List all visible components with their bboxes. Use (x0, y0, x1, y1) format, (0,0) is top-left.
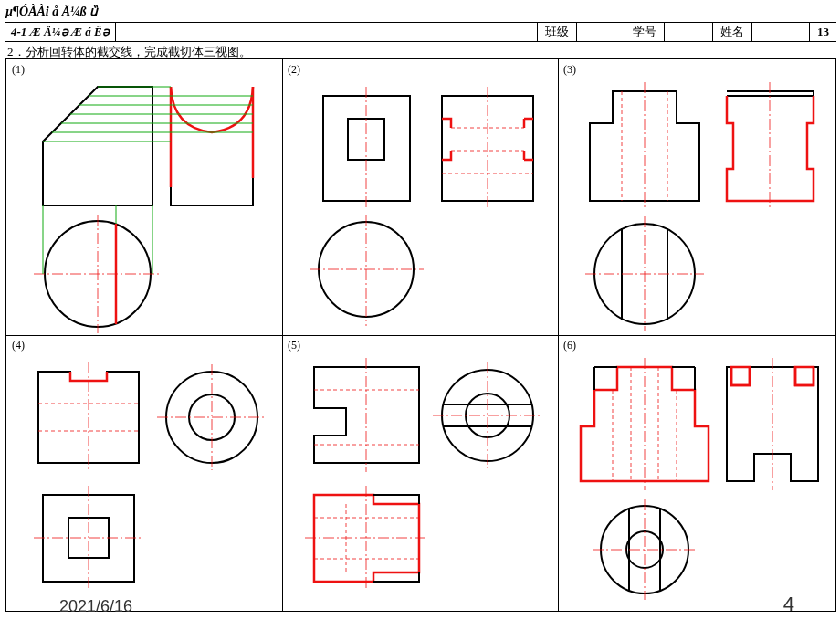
page-number-header: 13 (809, 23, 836, 41)
drawing-6 (558, 335, 837, 612)
svg-rect-64 (731, 367, 750, 385)
id-label: 学号 (625, 23, 664, 41)
footer-date: 2021/6/16 (59, 597, 132, 616)
drawing-2 (282, 59, 558, 336)
name-value (751, 23, 809, 41)
class-value (576, 23, 625, 41)
drawing-3 (558, 59, 837, 336)
cell-4: (4) (6, 335, 282, 611)
drawing-grid: (1) (5, 58, 836, 612)
cell-1: (1) (6, 59, 282, 335)
cell-2: (2) (282, 59, 558, 335)
cell-3: (3) (558, 59, 837, 335)
cell-5: (5) (282, 335, 558, 611)
id-value (664, 23, 712, 41)
svg-rect-65 (795, 367, 814, 385)
footer-page: 4 (783, 593, 794, 616)
cell-6: (6) (558, 335, 837, 611)
page: µ¶ÓÀÀi å Ä¼ß ȕ 4-1 Æ Ä¼ǝ Æ á Êǝ 班级 学号 姓名… (0, 0, 840, 630)
svg-rect-14 (323, 96, 410, 201)
drawing-1 (6, 59, 282, 336)
section-title: 4-1 Æ Ä¼ǝ Æ á Êǝ (5, 23, 116, 41)
drawing-5 (282, 335, 558, 612)
name-label: 姓名 (712, 23, 751, 41)
class-label: 班级 (537, 23, 576, 41)
top-title: µ¶ÓÀÀi å Ä¼ß ȕ (5, 4, 98, 19)
drawing-4 (6, 335, 282, 612)
header-bar: 4-1 Æ Ä¼ǝ Æ á Êǝ 班级 学号 姓名 13 (5, 22, 836, 42)
